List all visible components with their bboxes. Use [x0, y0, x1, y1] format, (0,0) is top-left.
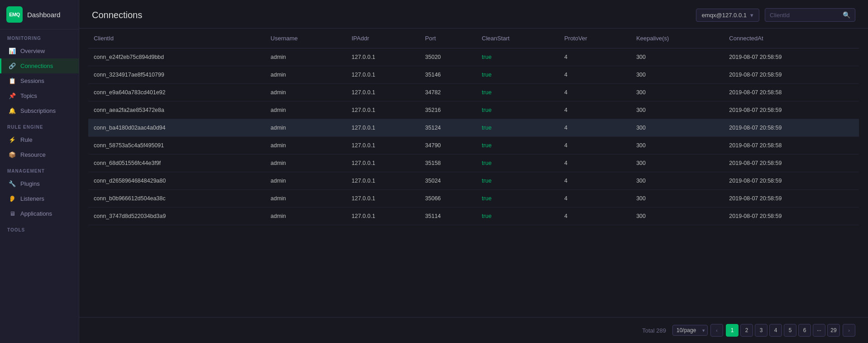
table-row[interactable]: conn_d26589646848429a80admin127.0.0.1350…: [88, 172, 859, 190]
cell-port: 34782: [420, 84, 476, 101]
cell-ipaddr: 127.0.0.1: [346, 172, 420, 190]
cell-port: 35114: [420, 208, 476, 225]
sidebar-item-resource[interactable]: 📦Resource: [0, 147, 79, 162]
page-btn-6[interactable]: 6: [798, 324, 811, 337]
table-row[interactable]: conn_ba4180d02aac4a0d94admin127.0.0.1351…: [88, 119, 859, 137]
sidebar-item-overview[interactable]: 📊Overview: [0, 43, 79, 58]
search-icon[interactable]: 🔍: [843, 11, 850, 19]
cell-connected_at: 2019-08-07 20:58:58: [724, 84, 859, 101]
page-btn-1[interactable]: 1: [726, 324, 739, 337]
cell-keepalive: 300: [631, 119, 724, 137]
cell-protover: 4: [559, 84, 631, 101]
cell-keepalive: 300: [631, 101, 724, 119]
cell-ipaddr: 127.0.0.1: [346, 66, 420, 84]
cell-cleanstart: true: [476, 137, 559, 155]
page-ellipsis[interactable]: ···: [813, 324, 825, 337]
page-btn-29[interactable]: 29: [827, 324, 840, 337]
cell-ipaddr: 127.0.0.1: [346, 48, 420, 66]
sidebar-item-connections[interactable]: 🔗Connections: [0, 58, 79, 73]
table-row[interactable]: conn_e24f2eb75c894d9bbdadmin127.0.0.1350…: [88, 48, 859, 66]
col-username: Username: [265, 29, 346, 48]
cell-connected_at: 2019-08-07 20:58:59: [724, 172, 859, 190]
cell-port: 35066: [420, 190, 476, 208]
cell-clientid: conn_ba4180d02aac4a0d94: [88, 119, 265, 137]
per-page-wrapper: 10/page20/page50/page: [672, 325, 708, 336]
cell-protover: 4: [559, 172, 631, 190]
resource-icon: 📦: [9, 151, 16, 158]
table-row[interactable]: conn_68d051556fc44e3f9fadmin127.0.0.1351…: [88, 155, 859, 172]
cell-ipaddr: 127.0.0.1: [346, 155, 420, 172]
sidebar-item-sessions[interactable]: 📋Sessions: [0, 73, 79, 88]
sidebar-item-label-overview: Overview: [20, 48, 45, 54]
sidebar-section-tools: TOOLS: [0, 221, 79, 235]
cell-port: 35020: [420, 48, 476, 66]
listeners-icon: 👂: [9, 195, 16, 202]
cell-clientid: conn_b0b966612d504ea38c: [88, 190, 265, 208]
cell-port: 35124: [420, 119, 476, 137]
table-body: conn_e24f2eb75c894d9bbdadmin127.0.0.1350…: [88, 48, 859, 225]
per-page-select[interactable]: 10/page20/page50/page: [672, 325, 708, 336]
table-header-row: ClientId Username IPAddr Port CleanStart…: [88, 29, 859, 48]
cell-keepalive: 300: [631, 84, 724, 101]
cell-keepalive: 300: [631, 137, 724, 155]
cell-keepalive: 300: [631, 66, 724, 84]
topics-icon: 📌: [9, 92, 16, 99]
cell-clientid: conn_e24f2eb75c894d9bbd: [88, 48, 265, 66]
cell-cleanstart: true: [476, 155, 559, 172]
sidebar-item-applications[interactable]: 🖥Applications: [0, 206, 79, 221]
chevron-down-icon: ▾: [750, 12, 753, 19]
sidebar-item-label-rule: Rule: [20, 136, 33, 143]
table-row[interactable]: conn_3747d8d522034bd3a9admin127.0.0.1351…: [88, 208, 859, 225]
sidebar-item-plugins[interactable]: 🔧Plugins: [0, 176, 79, 191]
table-row[interactable]: conn_e9a640a783cd401e92admin127.0.0.1347…: [88, 84, 859, 101]
sidebar-item-rule[interactable]: ⚡Rule: [0, 132, 79, 147]
search-input[interactable]: [770, 12, 840, 19]
cell-clientid: conn_58753a5c4a5f495091: [88, 137, 265, 155]
cell-clientid: conn_d26589646848429a80: [88, 172, 265, 190]
cell-cleanstart: true: [476, 101, 559, 119]
cell-protover: 4: [559, 48, 631, 66]
cell-ipaddr: 127.0.0.1: [346, 190, 420, 208]
table-row[interactable]: conn_58753a5c4a5f495091admin127.0.0.1347…: [88, 137, 859, 155]
cell-username: admin: [265, 155, 346, 172]
sidebar-item-subscriptions[interactable]: 🔔Subscriptions: [0, 103, 79, 118]
cell-ipaddr: 127.0.0.1: [346, 84, 420, 101]
col-connectedat: ConnectedAt: [724, 29, 859, 48]
cell-username: admin: [265, 66, 346, 84]
cell-cleanstart: true: [476, 172, 559, 190]
sessions-icon: 📋: [9, 77, 16, 84]
cell-protover: 4: [559, 155, 631, 172]
cell-username: admin: [265, 190, 346, 208]
sidebar-item-listeners[interactable]: 👂Listeners: [0, 191, 79, 206]
cell-username: admin: [265, 172, 346, 190]
page-btn-3[interactable]: 3: [755, 324, 767, 337]
sidebar-item-label-subscriptions: Subscriptions: [20, 107, 56, 114]
sidebar-item-topics[interactable]: 📌Topics: [0, 88, 79, 103]
pagination-next[interactable]: ›: [843, 324, 855, 337]
cell-connected_at: 2019-08-07 20:58:59: [724, 190, 859, 208]
page-title: Connections: [92, 10, 142, 20]
cell-connected_at: 2019-08-07 20:58:59: [724, 119, 859, 137]
cell-username: admin: [265, 119, 346, 137]
table-row[interactable]: conn_aea2fa2ae853472e8aadmin127.0.0.1352…: [88, 101, 859, 119]
table-row[interactable]: conn_3234917ae8f5410799admin127.0.0.1351…: [88, 66, 859, 84]
cell-cleanstart: true: [476, 66, 559, 84]
page-buttons: 123456···29: [726, 324, 840, 337]
sidebar-item-label-topics: Topics: [20, 92, 37, 99]
search-box: 🔍: [765, 8, 855, 22]
cell-username: admin: [265, 101, 346, 119]
table-container: ClientId Username IPAddr Port CleanStart…: [79, 29, 868, 317]
page-btn-2[interactable]: 2: [740, 324, 753, 337]
table-row[interactable]: conn_b0b966612d504ea38cadmin127.0.0.1350…: [88, 190, 859, 208]
sidebar-item-label-applications: Applications: [20, 210, 52, 217]
cell-port: 35158: [420, 155, 476, 172]
pagination-prev[interactable]: ‹: [710, 324, 723, 337]
sidebar-section-rule-engine: Rule Engine: [0, 118, 79, 132]
page-btn-4[interactable]: 4: [769, 324, 782, 337]
sidebar: EMQ Dashboard MONITORING📊Overview🔗Connec…: [0, 0, 79, 343]
node-selector[interactable]: emqx@127.0.0.1 ▾: [696, 9, 759, 22]
connections-icon: 🔗: [9, 63, 16, 69]
col-protover: ProtoVer: [559, 29, 631, 48]
cell-protover: 4: [559, 101, 631, 119]
page-btn-5[interactable]: 5: [784, 324, 796, 337]
